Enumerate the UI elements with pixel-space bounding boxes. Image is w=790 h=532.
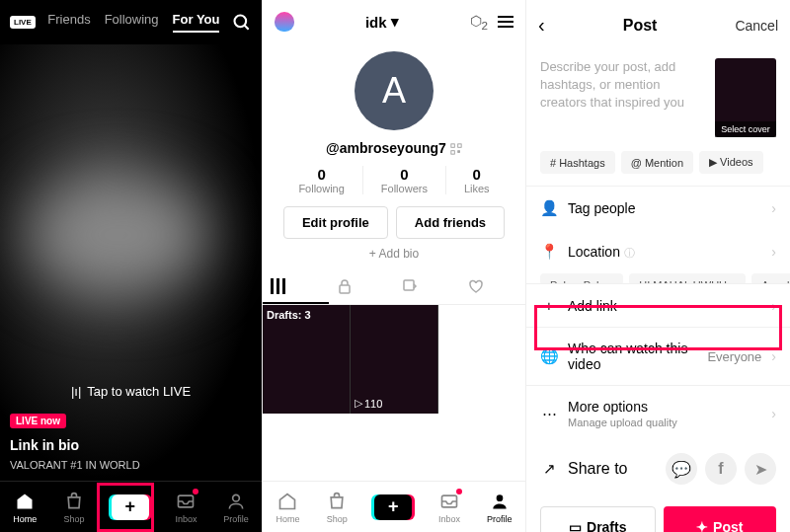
post-actions: ▭Drafts ✦Post xyxy=(526,496,790,532)
stat-likes[interactable]: 0Likes xyxy=(446,166,508,194)
tab-following[interactable]: Following xyxy=(105,12,159,33)
suggestion-pills: # Hashtags @ Mention ▶ Videos xyxy=(526,151,790,186)
tab-liked[interactable] xyxy=(460,270,526,304)
share-icon: ↗ xyxy=(540,460,558,478)
avatar[interactable]: A xyxy=(355,51,434,130)
nav-profile[interactable]: Profile xyxy=(487,491,513,524)
drafts-button[interactable]: ▭Drafts xyxy=(540,506,656,532)
select-cover-label: Select cover xyxy=(715,121,776,137)
profile-stats: 0Following 0Followers 0Likes xyxy=(263,166,525,194)
coin-icon[interactable]: ⬡2 xyxy=(470,13,488,32)
chevron-right-icon: › xyxy=(771,298,776,314)
tab-grid[interactable] xyxy=(263,270,329,304)
add-link-row[interactable]: + Add link › xyxy=(526,283,790,327)
svg-point-14 xyxy=(496,494,503,501)
mention-pill[interactable]: @ Mention xyxy=(621,151,693,174)
chevron-down-icon: ▾ xyxy=(391,13,399,31)
chevron-right-icon: › xyxy=(771,200,776,216)
location-row[interactable]: 📍 Location ⓘ › xyxy=(526,230,790,273)
nav-inbox[interactable]: Inbox xyxy=(175,491,197,524)
location-suggestions: Pakyu Pakyu HI MAHAL UWUU... Angeles Cit… xyxy=(526,273,790,283)
tap-to-watch-live[interactable]: |ı| Tap to watch LIVE xyxy=(71,384,191,399)
videos-pill[interactable]: ▶ Videos xyxy=(699,151,763,174)
privacy-row[interactable]: 🌐 Who can watch this video Everyone › xyxy=(526,327,790,385)
privacy-value: Everyone xyxy=(707,349,761,364)
svg-rect-7 xyxy=(458,151,460,153)
nav-inbox[interactable]: Inbox xyxy=(438,491,460,524)
cancel-button[interactable]: Cancel xyxy=(735,18,778,34)
cover-thumbnail[interactable]: Select cover xyxy=(715,58,776,137)
post-title: Post xyxy=(623,17,658,35)
nav-create[interactable]: + xyxy=(112,494,149,520)
tab-foryou[interactable]: For You xyxy=(173,12,220,33)
nav-shop[interactable]: Shop xyxy=(63,491,85,524)
drafts-icon: ▭ xyxy=(569,519,582,532)
facebook-icon[interactable]: f xyxy=(705,453,737,485)
edit-profile-button[interactable]: Edit profile xyxy=(283,206,388,239)
person-icon: 👤 xyxy=(540,199,558,217)
feed-header: LIVE Friends Following For You xyxy=(0,0,262,44)
more-options-row[interactable]: ⋯ More optionsManage upload quality › xyxy=(526,385,790,441)
nav-shop[interactable]: Shop xyxy=(326,491,348,524)
svg-rect-10 xyxy=(282,278,285,294)
svg-line-1 xyxy=(245,25,249,29)
tab-friends[interactable]: Friends xyxy=(47,12,90,33)
qr-icon[interactable] xyxy=(450,143,462,155)
svg-point-0 xyxy=(235,15,247,27)
notification-dot xyxy=(193,489,198,494)
tab-saved[interactable] xyxy=(394,270,460,304)
svg-rect-4 xyxy=(451,144,454,147)
loc-chip[interactable]: Pakyu Pakyu xyxy=(540,273,623,283)
profile-title[interactable]: idk▾ xyxy=(365,13,399,31)
add-friends-button[interactable]: Add friends xyxy=(396,206,505,239)
live-bars-icon: |ı| xyxy=(71,384,81,399)
hashtags-pill[interactable]: # Hashtags xyxy=(540,151,615,174)
stat-following[interactable]: 0Following xyxy=(280,166,362,194)
svg-rect-5 xyxy=(458,144,461,147)
bottom-nav: Home Shop + Inbox Profile xyxy=(0,481,262,532)
create-button[interactable]: + xyxy=(374,494,412,520)
messenger-icon[interactable]: 💬 xyxy=(666,453,697,485)
share-row: ↗ Share to 💬 f ➤ xyxy=(526,441,790,496)
telegram-icon[interactable]: ➤ xyxy=(745,453,776,485)
globe-icon: 🌐 xyxy=(540,347,558,365)
tab-private[interactable] xyxy=(329,270,395,304)
video-caption: VALORANT #1 IN WORLD xyxy=(10,459,140,471)
feed-screen: LIVE Friends Following For You |ı| Tap t… xyxy=(0,0,262,532)
nav-profile[interactable]: Profile xyxy=(223,491,249,524)
live-now-badge: LIVE now xyxy=(10,414,66,428)
post-button[interactable]: ✦Post xyxy=(664,506,777,532)
svg-rect-11 xyxy=(340,285,350,293)
search-icon[interactable] xyxy=(232,13,252,33)
info-icon: ⓘ xyxy=(624,247,635,259)
tag-people-row[interactable]: 👤 Tag people › xyxy=(526,186,790,230)
link-in-bio[interactable]: Link in bio xyxy=(10,437,79,453)
add-bio-button[interactable]: + Add bio xyxy=(263,247,525,261)
drafts-row: Drafts: 3 ▷ 110 xyxy=(263,305,525,414)
back-icon[interactable]: ‹ xyxy=(538,14,545,37)
description-input[interactable]: Describe your post, add hashtags, or men… xyxy=(540,58,705,137)
loc-chip[interactable]: HI MAHAL UWUU... xyxy=(629,273,746,283)
easter-egg-icon[interactable] xyxy=(275,12,294,32)
menu-icon[interactable] xyxy=(498,16,514,28)
nav-home[interactable]: Home xyxy=(13,491,37,524)
draft-item-1[interactable]: Drafts: 3 xyxy=(263,305,351,414)
draft-item-3[interactable] xyxy=(438,305,525,414)
loc-chip[interactable]: Angeles City xyxy=(751,273,790,283)
create-button[interactable]: + xyxy=(112,494,149,520)
sparkle-icon: ✦ xyxy=(696,519,708,532)
live-icon[interactable]: LIVE xyxy=(10,16,36,29)
bottom-nav: Home Shop + Inbox Profile xyxy=(263,481,525,532)
svg-rect-8 xyxy=(271,278,274,294)
svg-rect-6 xyxy=(451,151,454,154)
chevron-right-icon: › xyxy=(771,406,776,421)
nav-home[interactable]: Home xyxy=(276,491,299,524)
svg-rect-12 xyxy=(404,280,414,290)
nav-create[interactable]: + xyxy=(374,494,412,520)
draft-item-2[interactable]: ▷ 110 xyxy=(351,305,438,414)
profile-screen: idk▾ ⬡2 A @ambroseyoung7 0Following 0Fol… xyxy=(262,0,526,532)
stat-followers[interactable]: 0Followers xyxy=(363,166,446,194)
play-count: ▷ 110 xyxy=(355,397,382,410)
chevron-right-icon: › xyxy=(771,244,776,260)
svg-rect-9 xyxy=(276,278,279,294)
